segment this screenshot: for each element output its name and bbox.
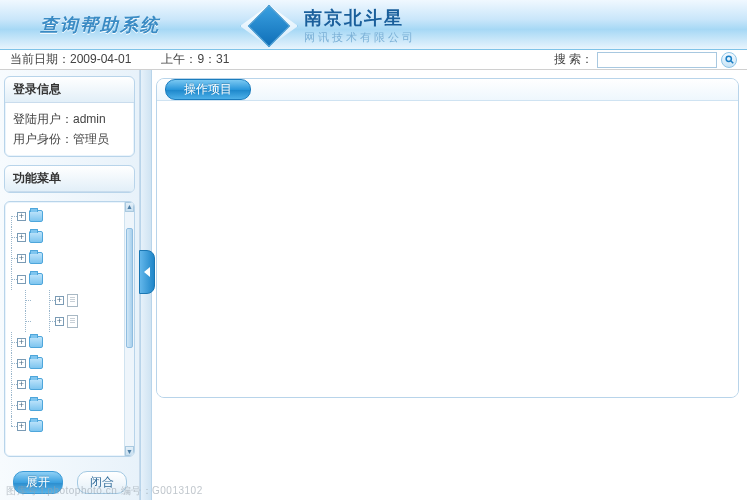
splitter [140,70,152,500]
folder-icon [29,378,43,390]
folder-icon [29,336,43,348]
system-title: 查询帮助系统 [40,13,160,37]
search-icon [725,55,734,64]
tree-toggle[interactable]: + [17,338,26,347]
login-info-header: 登录信息 [5,77,134,103]
logo-block: 南京北斗星 网讯技术有限公司 [240,0,416,50]
tree-folder-node[interactable]: + [7,374,122,395]
login-role-row: 用户身份管理员 [13,129,126,149]
folder-icon [29,252,43,264]
splitter-handle[interactable] [139,250,155,294]
company-name: 南京北斗星 [304,6,416,30]
tree-file-node[interactable]: + [7,311,122,332]
file-icon [67,315,78,328]
folder-icon [29,420,43,432]
folder-icon [29,357,43,369]
tree-toggle[interactable]: - [17,275,26,284]
tree-toggle[interactable]: + [17,401,26,410]
menu-tree: +++-+++++++ [7,206,122,437]
tree-scrollbar[interactable]: ▲ ▼ [124,202,134,456]
info-bar: 当前日期：2009-04-01 上午：9：31 搜 索： [0,50,747,70]
tree-toggle[interactable]: + [17,422,26,431]
content-tab[interactable]: 操作项目 [165,79,251,100]
folder-icon [29,210,43,222]
search-label: 搜 索： [554,51,593,68]
company-subtitle: 网讯技术有限公司 [304,30,416,45]
current-date: 当前日期：2009-04-01 [10,51,131,68]
main-area: 操作项目 [152,70,747,500]
tree-folder-node[interactable]: + [7,416,122,437]
tree-folder-node[interactable]: + [7,395,122,416]
tree-toggle[interactable]: + [55,317,64,326]
tree-folder-node[interactable]: + [7,206,122,227]
scroll-up-button[interactable]: ▲ [125,202,134,212]
tree-folder-node[interactable]: + [7,248,122,269]
menu-panel-header: 功能菜单 [5,166,134,192]
login-info-panel: 登录信息 登陆用户admin 用户身份管理员 [4,76,135,157]
file-icon [67,294,78,307]
folder-icon [29,231,43,243]
tree-toggle[interactable]: + [17,359,26,368]
menu-tree-panel: +++-+++++++ ▲ ▼ [4,201,135,457]
tree-toggle[interactable]: + [17,254,26,263]
search-button[interactable] [721,52,737,68]
scroll-down-button[interactable]: ▼ [125,446,134,456]
tree-folder-node[interactable]: - [7,269,122,290]
menu-header-panel: 功能菜单 [4,165,135,193]
tree-folder-node[interactable]: + [7,332,122,353]
current-time: 上午：9：31 [161,51,229,68]
svg-line-1 [731,61,733,63]
watermark-text: 图库号 f.photophoto.cn 编号：G0013102 [6,484,203,498]
login-user-row: 登陆用户admin [13,109,126,129]
tree-file-node[interactable]: + [7,290,122,311]
content-header: 操作项目 [157,79,738,101]
tree-folder-node[interactable]: + [7,353,122,374]
tree-toggle[interactable]: + [17,380,26,389]
app-header: 查询帮助系统 南京北斗星 网讯技术有限公司 [0,0,747,50]
tree-toggle[interactable]: + [17,233,26,242]
tree-folder-node[interactable]: + [7,227,122,248]
content-body [157,101,738,397]
svg-point-0 [726,56,731,61]
folder-icon [29,399,43,411]
logo-icon [240,1,298,49]
sidebar: 登录信息 登陆用户admin 用户身份管理员 功能菜单 +++-+++++++ … [0,70,140,500]
search-input[interactable] [597,52,717,68]
tree-toggle[interactable]: + [17,212,26,221]
scroll-thumb[interactable] [126,228,133,348]
content-panel: 操作项目 [156,78,739,398]
tree-toggle[interactable]: + [55,296,64,305]
folder-icon [29,273,43,285]
